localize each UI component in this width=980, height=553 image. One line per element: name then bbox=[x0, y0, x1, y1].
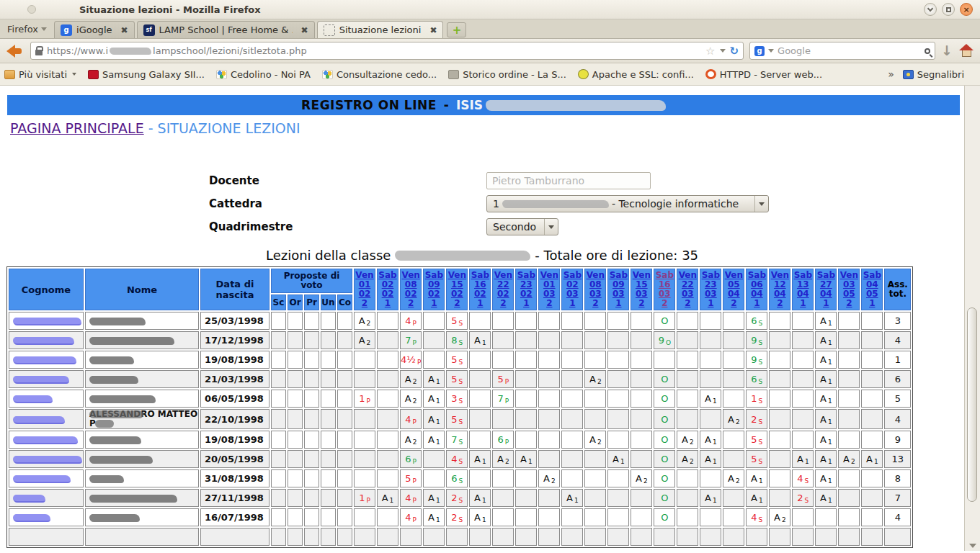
date-column-link-02-02[interactable]: Sab02021 bbox=[377, 269, 398, 310]
date-column-link-23-02[interactable]: Sab23021 bbox=[515, 269, 537, 310]
lesson-cell: 4P bbox=[400, 312, 422, 330]
bookmark-item-3[interactable]: Cedolino - Noi PA bbox=[216, 69, 311, 80]
minimize-button[interactable] bbox=[924, 3, 937, 16]
tab-close-icon[interactable]: ✖ bbox=[301, 25, 308, 35]
date-column-link-05-04[interactable]: Ven05042 bbox=[723, 269, 744, 310]
date-column-link-01-02[interactable]: Ven01022 bbox=[354, 269, 375, 310]
student-surname-link[interactable] bbox=[9, 489, 84, 507]
birth-date: 22/10/1998 bbox=[200, 409, 270, 429]
main-page-link[interactable]: PAGINA PRINCIPALE bbox=[10, 120, 144, 136]
tab-2[interactable]: sfLAMP School | Free Home & ...✖ bbox=[137, 21, 315, 38]
bookmarks-overflow-button[interactable]: » bbox=[888, 68, 894, 80]
date-column-link-06-04[interactable]: Sab06041 bbox=[746, 269, 767, 310]
bookmark-item-1[interactable]: Più visitati bbox=[4, 69, 76, 80]
lesson-cell bbox=[838, 508, 860, 526]
new-tab-button[interactable]: + bbox=[447, 22, 466, 37]
url-bar[interactable]: https://www.i lampschool/lezioni/sitlezt… bbox=[30, 42, 744, 60]
bookmark-star-icon[interactable]: ☆ bbox=[705, 45, 715, 58]
quadrimestre-dropdown-arrow[interactable] bbox=[544, 219, 558, 235]
date-column-link-16-03[interactable]: Sab16032 bbox=[654, 269, 675, 310]
class-name-scribble bbox=[395, 251, 530, 261]
lesson-cell: 7P bbox=[492, 390, 514, 408]
lesson-cell bbox=[631, 450, 652, 468]
reload-icon[interactable]: ↻ bbox=[730, 45, 739, 58]
date-column-link-12-04[interactable]: Ven12042 bbox=[769, 269, 790, 310]
student-surname-link[interactable] bbox=[9, 351, 84, 369]
proposta-cell bbox=[321, 331, 336, 349]
tab-close-icon[interactable]: ✖ bbox=[121, 25, 128, 35]
close-button[interactable]: × bbox=[960, 3, 973, 16]
lesson-cell bbox=[838, 351, 860, 369]
lesson-cell bbox=[492, 312, 514, 330]
date-column-link-01-03[interactable]: Ven01032 bbox=[538, 269, 560, 310]
student-surname-link[interactable] bbox=[9, 370, 84, 388]
cattedra-select[interactable]: 1 - Tecnologie informatiche bbox=[486, 195, 769, 212]
date-column-link-02-03[interactable]: Sab02031 bbox=[561, 269, 583, 310]
url-text[interactable]: https://www.i lampschool/lezioni/sitlezt… bbox=[47, 45, 701, 56]
lesson-cell bbox=[515, 528, 537, 546]
gray-icon bbox=[448, 70, 459, 79]
bookmark-item-2[interactable]: Samsung Galaxy SII... bbox=[88, 69, 205, 80]
lesson-cell bbox=[561, 331, 583, 349]
date-column-link-13-04[interactable]: Sab13041 bbox=[792, 269, 814, 310]
bookmark-item-7[interactable]: HTTPD - Server web... bbox=[705, 69, 822, 80]
date-column-link-03-05[interactable]: Ven03052 bbox=[838, 269, 860, 310]
quadrimestre-select[interactable]: Secondo bbox=[486, 218, 558, 235]
lesson-cell bbox=[538, 508, 560, 526]
student-surname-link[interactable] bbox=[9, 390, 84, 408]
student-surname-link[interactable] bbox=[9, 508, 84, 526]
student-surname-link[interactable] bbox=[9, 528, 84, 546]
date-column-link-15-03[interactable]: Ven15032 bbox=[631, 269, 652, 310]
date-column-link-22-02[interactable]: Ven22022 bbox=[492, 269, 514, 310]
date-column-link-09-03[interactable]: Sab09031 bbox=[607, 269, 629, 310]
date-column-link-27-04[interactable]: Sab27041 bbox=[815, 269, 837, 310]
back-button[interactable] bbox=[6, 42, 24, 60]
scrollbar-down-arrow-icon[interactable] bbox=[969, 544, 976, 548]
date-column-link-08-03[interactable]: Ven08032 bbox=[584, 269, 606, 310]
search-bar[interactable]: g Google bbox=[749, 42, 935, 60]
lesson-cell bbox=[584, 390, 606, 408]
lesson-cell: 5S bbox=[746, 450, 767, 468]
maximize-button[interactable] bbox=[942, 3, 955, 16]
cattedra-dropdown-arrow[interactable] bbox=[754, 196, 768, 212]
home-button[interactable] bbox=[958, 44, 974, 58]
student-surname-link[interactable] bbox=[9, 450, 84, 468]
bookmarks-menu-button[interactable]: Segnalibri bbox=[903, 69, 964, 80]
search-icon[interactable] bbox=[925, 48, 930, 54]
date-column-link-04-05[interactable]: Sab04051 bbox=[861, 269, 883, 310]
tab-close-icon[interactable]: ✖ bbox=[429, 25, 437, 35]
lesson-cell bbox=[838, 469, 860, 487]
scrollbar-thumb[interactable] bbox=[967, 307, 977, 502]
student-surname-link[interactable] bbox=[9, 312, 84, 330]
date-column-link-16-02[interactable]: Sab16021 bbox=[469, 269, 491, 310]
url-dropdown-icon[interactable] bbox=[720, 49, 726, 53]
date-column-link-08-02[interactable]: Ven08022 bbox=[400, 269, 422, 310]
student-surname-link[interactable] bbox=[9, 431, 84, 449]
window-menu-icon[interactable] bbox=[27, 5, 36, 14]
tab-3[interactable]: Situazione lezioni✖ bbox=[317, 21, 444, 38]
student-surname-link[interactable] bbox=[9, 409, 84, 429]
search-engine-dropdown-icon[interactable] bbox=[768, 49, 774, 53]
downloads-icon[interactable]: ↓ bbox=[941, 44, 953, 58]
lesson-cell: A1 bbox=[469, 508, 491, 526]
student-surname-link[interactable] bbox=[9, 469, 84, 487]
lesson-cell bbox=[631, 331, 652, 349]
student-surname-link[interactable] bbox=[9, 331, 84, 349]
search-input[interactable]: Google bbox=[778, 45, 921, 56]
date-column-link-15-02[interactable]: Ven15022 bbox=[446, 269, 468, 310]
student-name bbox=[85, 331, 199, 349]
date-column-link-09-02[interactable]: Sab09021 bbox=[423, 269, 445, 310]
bookmark-item-5[interactable]: Storico ordine - La S... bbox=[448, 69, 566, 80]
lesson-cell: 5S bbox=[746, 431, 767, 449]
vertical-scrollbar[interactable] bbox=[964, 86, 980, 551]
tab-1[interactable]: giGoogle✖ bbox=[54, 21, 135, 38]
bookmark-item-6[interactable]: Apache e SSL: confi... bbox=[578, 69, 694, 80]
date-column-link-22-03[interactable]: Ven22032 bbox=[677, 269, 698, 310]
firefox-menu-button[interactable]: Firefox bbox=[0, 24, 54, 38]
lesson-cell bbox=[723, 331, 744, 349]
date-column-link-23-03[interactable]: Sab23031 bbox=[700, 269, 721, 310]
bookmark-item-4[interactable]: Consultazione cedo... bbox=[322, 69, 437, 80]
lesson-cell bbox=[607, 331, 629, 349]
proposta-cell bbox=[337, 450, 352, 468]
lesson-cell bbox=[631, 351, 652, 369]
